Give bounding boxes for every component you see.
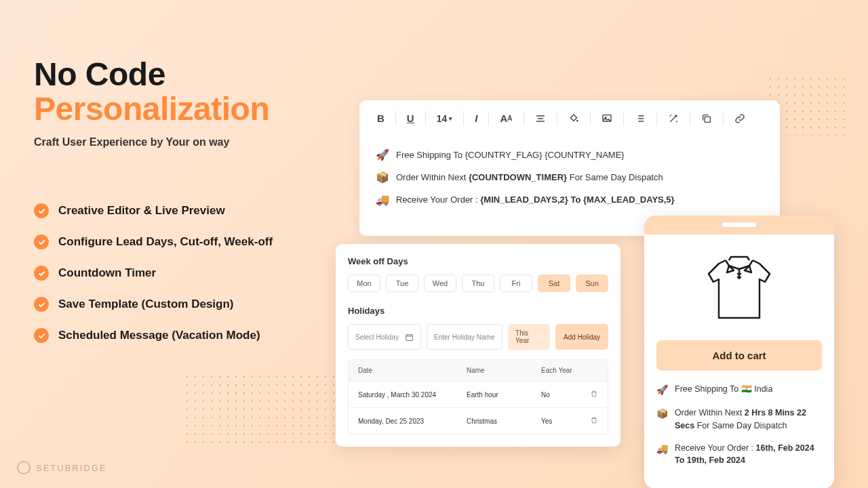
day-fri[interactable]: Fri: [500, 274, 532, 292]
cell-each: No: [541, 391, 590, 399]
underline-button[interactable]: U: [400, 108, 421, 128]
toolbar-separator: [590, 111, 591, 126]
align-button[interactable]: [528, 109, 553, 128]
feature-list: Creative Editor & Live Preview Configure…: [34, 203, 273, 359]
toolbar-separator: [557, 111, 557, 126]
preview-text: Receive Your Order : 16th, Feb 2024 To 1…: [675, 442, 822, 468]
add-holiday-button[interactable]: Add Holiday: [555, 324, 608, 350]
delete-icon[interactable]: [590, 390, 598, 399]
editor-text: Order Within Next {COUNTDOWN_TIMER} For …: [396, 172, 663, 182]
magic-button[interactable]: [661, 109, 686, 128]
weekoff-days: Mon Tue Wed Thu Fri Sat Sun: [348, 274, 608, 292]
rocket-icon: 🚀: [376, 148, 389, 161]
package-icon: 📦: [376, 171, 389, 184]
italic-button[interactable]: I: [468, 108, 484, 128]
feature-item: Creative Editor & Live Preview: [34, 203, 273, 218]
day-sat[interactable]: Sat: [538, 274, 570, 292]
check-icon: [34, 328, 49, 343]
editor-line: 🚚 Receive Your Order : {MIN_LEAD_DAYS,2}…: [376, 193, 764, 206]
calendar-icon: [405, 333, 414, 342]
col-name: Name: [467, 367, 541, 374]
preview-receive: 🚚 Receive Your Order : 16th, Feb 2024 To…: [656, 442, 822, 468]
table-header: Date Name Each Year: [349, 360, 608, 381]
cell-name: Christmas: [467, 418, 541, 425]
feature-item: Countdown Timer: [34, 266, 273, 281]
cell-each: Yes: [541, 418, 590, 425]
list-button[interactable]: [628, 109, 652, 128]
select-holiday-placeholder: Select Holiday: [355, 333, 399, 341]
day-sun[interactable]: Sun: [576, 274, 608, 292]
flag-icon: 🇮🇳: [741, 384, 752, 394]
cell-name: Earth hour: [467, 391, 541, 399]
editor-text: Receive Your Order : {MIN_LEAD_DAYS,2} T…: [396, 195, 675, 205]
toolbar-separator: [656, 111, 657, 126]
package-icon: 📦: [656, 407, 668, 421]
feature-item: Configure Lead Days, Cut-off, Week-off: [34, 235, 273, 249]
preview-text: Order Within Next 2 Hrs 8 Mins 22 Secs F…: [675, 407, 822, 432]
col-each: Each Year: [541, 367, 598, 374]
bold-button[interactable]: B: [370, 108, 391, 128]
rocket-icon: 🚀: [656, 383, 668, 397]
editor-toolbar: B U 14 I AA: [359, 100, 780, 136]
table-row: Monday, Dec 25 2023 Christmas Yes: [349, 407, 608, 434]
check-icon: [34, 297, 49, 312]
decorative-dots-bottom-left: [183, 373, 339, 447]
hero-section: No Code Personalization Craft User Exper…: [34, 58, 269, 148]
image-button[interactable]: [595, 109, 619, 128]
hero-title-line1: No Code: [34, 56, 165, 92]
table-row: Saturday , March 30 2024 Earth hour No: [349, 381, 608, 407]
editor-line: 📦 Order Within Next {COUNTDOWN_TIMER} Fo…: [376, 171, 764, 184]
editor-text: Free Shipping To {COUNTRY_FLAG} {COUNTRY…: [396, 150, 625, 160]
feature-item: Save Template (Custom Design): [34, 297, 273, 312]
col-date: Date: [358, 367, 467, 374]
feature-label: Creative Editor & Live Preview: [58, 204, 225, 218]
check-icon: [34, 235, 49, 249]
feature-label: Scheduled Message (Vacation Mode): [58, 329, 260, 342]
weekoff-title: Week off Days: [348, 256, 608, 266]
preview-shipping: 🚀 Free Shipping To 🇮🇳 India: [656, 383, 822, 397]
font-size-dropdown[interactable]: 14: [430, 109, 460, 128]
truck-icon: 🚚: [656, 442, 668, 456]
copy-button[interactable]: [694, 109, 719, 128]
check-icon: [34, 203, 49, 218]
preview-text: Free Shipping To 🇮🇳 India: [675, 383, 772, 396]
check-icon: [34, 266, 49, 281]
brand-name: SETUBRIDGE: [36, 463, 107, 473]
phone-notch: [644, 216, 834, 235]
day-thu[interactable]: Thu: [462, 274, 494, 292]
cell-date: Monday, Dec 25 2023: [358, 418, 467, 425]
fill-color-button[interactable]: [561, 109, 586, 128]
day-tue[interactable]: Tue: [386, 274, 418, 292]
toolbar-separator: [524, 111, 524, 126]
feature-label: Countdown Timer: [58, 266, 156, 280]
config-panel: Week off Days Mon Tue Wed Thu Fri Sat Su…: [336, 244, 620, 447]
svg-rect-2: [705, 117, 710, 122]
holidays-title: Holidays: [348, 306, 608, 316]
cell-date: Saturday , March 30 2024: [358, 391, 467, 399]
mobile-preview: Add to cart 🚀 Free Shipping To 🇮🇳 India …: [644, 216, 834, 488]
phone-body: Add to cart 🚀 Free Shipping To 🇮🇳 India …: [644, 235, 834, 488]
font-button[interactable]: AA: [493, 108, 519, 128]
link-button[interactable]: [728, 109, 752, 128]
holiday-form: Select Holiday Enter Holiday Name This Y…: [348, 324, 608, 350]
editor-line: 🚀 Free Shipping To {COUNTRY_FLAG} {COUNT…: [376, 148, 764, 161]
preview-countdown: 📦 Order Within Next 2 Hrs 8 Mins 22 Secs…: [656, 407, 822, 432]
add-to-cart-button[interactable]: Add to cart: [656, 340, 822, 371]
feature-label: Configure Lead Days, Cut-off, Week-off: [58, 235, 273, 249]
this-year-toggle[interactable]: This Year: [508, 324, 550, 350]
day-wed[interactable]: Wed: [424, 274, 456, 292]
truck-icon: 🚚: [376, 193, 389, 206]
holidays-table: Date Name Each Year Saturday , March 30 …: [348, 359, 608, 434]
feature-label: Save Template (Custom Design): [58, 298, 234, 311]
day-mon[interactable]: Mon: [348, 274, 380, 292]
hero-subtitle: Craft User Experience by Your on way: [34, 136, 269, 148]
holiday-name-input[interactable]: Enter Holiday Name: [427, 324, 502, 350]
delete-icon[interactable]: [590, 416, 598, 426]
toolbar-separator: [488, 111, 489, 126]
select-holiday-input[interactable]: Select Holiday: [348, 324, 421, 350]
toolbar-separator: [425, 111, 426, 126]
toolbar-separator: [690, 111, 690, 126]
toolbar-separator: [463, 111, 464, 126]
toolbar-separator: [395, 111, 396, 126]
product-image: [656, 247, 822, 328]
